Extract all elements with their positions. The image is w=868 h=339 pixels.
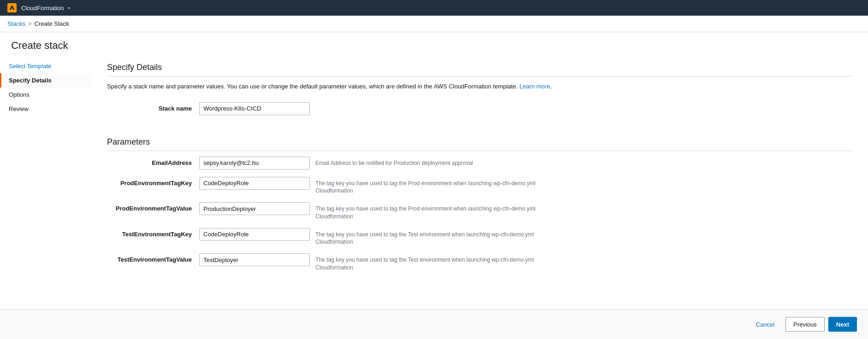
param-input-prod-env-tag-value[interactable] — [199, 202, 310, 215]
service-chevron: ▾ — [68, 6, 70, 11]
param-input-email-address[interactable] — [199, 157, 310, 170]
stack-name-input[interactable] — [199, 102, 310, 115]
param-hint-prod-env-tag-key: The tag key you have used to tag the Pro… — [315, 177, 537, 195]
breadcrumb-current-page: Create Stack — [35, 20, 69, 27]
param-hint-test-env-tag-key: The tag key you have used to tag the Tes… — [315, 228, 537, 246]
next-button[interactable]: Next — [828, 317, 857, 332]
page-title: Create stack — [11, 40, 857, 52]
aws-icon: ▲ — [7, 3, 17, 12]
param-label-test-env-tag-key: TestEnvironmentTagKey — [107, 228, 199, 238]
main-content: Specify Details Specify a stack name and… — [92, 55, 868, 309]
param-input-test-env-tag-value[interactable] — [199, 253, 310, 266]
previous-button[interactable]: Previous — [785, 317, 825, 332]
service-name: CloudFormation — [21, 5, 64, 12]
specify-details-title: Specify Details — [107, 55, 853, 76]
sidebar-item-review[interactable]: Review — [0, 102, 92, 116]
svg-text:▲: ▲ — [11, 7, 14, 10]
sidebar-nav: Select Template Specify Details Options … — [0, 55, 92, 309]
learn-more-link[interactable]: Learn more — [519, 83, 550, 90]
footer-bar: Cancel Previous Next — [0, 309, 868, 339]
page-title-area: Create stack — [0, 32, 868, 55]
cancel-button[interactable]: Cancel — [749, 317, 782, 332]
parameters-title: Parameters — [107, 130, 853, 151]
content-area: Select Template Specify Details Options … — [0, 55, 868, 309]
param-input-prod-env-tag-key[interactable] — [199, 177, 310, 190]
parameters-section: Parameters EmailAddressEmail Address to … — [107, 130, 853, 272]
page-wrapper: Create stack Select Template Specify Det… — [0, 32, 868, 339]
param-hint-prod-env-tag-value: The tag key you have used to tag the Pro… — [315, 202, 537, 221]
param-label-email-address: EmailAddress — [107, 157, 199, 166]
param-label-prod-env-tag-key: ProdEnvironmentTagKey — [107, 177, 199, 187]
param-group-test-env-tag-value: TestEnvironmentTagValueThe tag key you h… — [107, 253, 853, 272]
sidebar-link-select-template[interactable]: Select Template — [9, 63, 51, 70]
stack-name-label: Stack name — [107, 102, 199, 112]
param-input-test-env-tag-key[interactable] — [199, 228, 310, 241]
param-group-email-address: EmailAddressEmail Address to be notified… — [107, 157, 853, 170]
sidebar-item-specify-details[interactable]: Specify Details — [0, 73, 92, 88]
specify-details-description: Specify a stack name and parameter value… — [107, 82, 853, 91]
top-navigation: ▲ CloudFormation ▾ — [0, 0, 868, 16]
param-group-prod-env-tag-value: ProdEnvironmentTagValueThe tag key you h… — [107, 202, 853, 221]
sidebar-item-select-template[interactable]: Select Template — [0, 59, 92, 73]
param-label-prod-env-tag-value: ProdEnvironmentTagValue — [107, 202, 199, 212]
sidebar-label-specify-details: Specify Details — [9, 77, 52, 84]
sidebar-item-options[interactable]: Options — [0, 88, 92, 102]
param-label-test-env-tag-value: TestEnvironmentTagValue — [107, 253, 199, 263]
breadcrumb: Stacks > Create Stack — [0, 16, 868, 32]
sidebar-label-options: Options — [9, 91, 30, 98]
parameters-container: EmailAddressEmail Address to be notified… — [107, 157, 853, 272]
param-group-test-env-tag-key: TestEnvironmentTagKeyThe tag key you hav… — [107, 228, 853, 246]
param-hint-test-env-tag-value: The tag key you have used to tag the Tes… — [315, 253, 537, 272]
sidebar-label-review: Review — [9, 105, 29, 112]
breadcrumb-separator: > — [28, 20, 32, 27]
stack-name-group: Stack name — [107, 102, 853, 115]
param-group-prod-env-tag-key: ProdEnvironmentTagKeyThe tag key you hav… — [107, 177, 853, 195]
specify-details-section: Specify Details Specify a stack name and… — [107, 55, 853, 91]
service-logo: ▲ CloudFormation ▾ — [7, 3, 70, 12]
param-hint-email-address: Email Address to be notified for Product… — [315, 157, 473, 167]
breadcrumb-stacks-link[interactable]: Stacks — [7, 20, 25, 27]
